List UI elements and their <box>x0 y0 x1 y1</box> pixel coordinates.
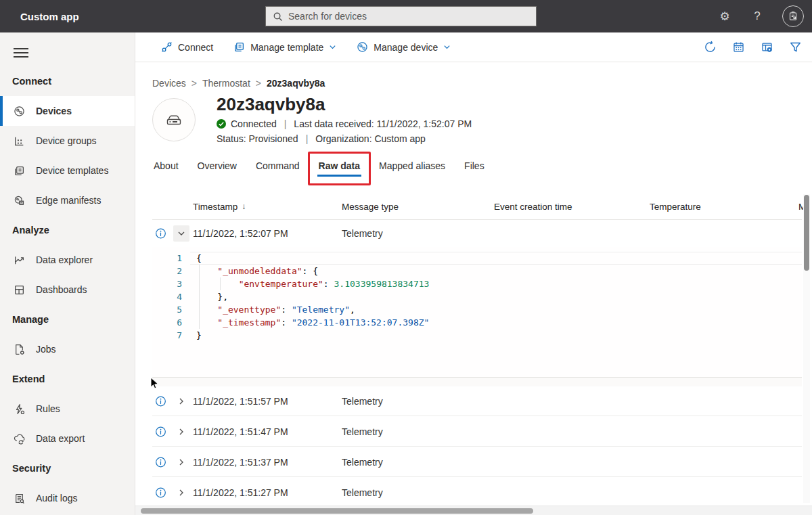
table-row[interactable]: 11/1/2022, 1:51:47 PMTelemetry <box>152 417 802 447</box>
table-row[interactable]: 11/1/2022, 1:52:07 PMTelemetry <box>152 220 802 247</box>
vertical-scrollbar[interactable] <box>803 194 810 503</box>
code-text: "_unmodeleddata": { <box>196 265 318 277</box>
sidebar-item-devices[interactable]: Devices <box>0 96 135 126</box>
column-header-event-creation-time[interactable]: Event creation time <box>494 193 572 220</box>
connect-button[interactable]: Connect <box>161 41 213 53</box>
device-provision-line: Status: Provisioned | Organization: Cust… <box>217 133 426 144</box>
tab-command[interactable]: Command <box>254 156 301 179</box>
tab-raw-data[interactable]: Raw data <box>317 156 361 179</box>
search-input[interactable] <box>288 11 529 22</box>
app-title: Custom app <box>20 11 79 22</box>
info-icon[interactable] <box>155 426 166 437</box>
expand-chevron-icon[interactable] <box>173 393 189 409</box>
cell-timestamp: 11/1/2022, 1:51:27 PM <box>193 478 288 507</box>
calendar-icon[interactable] <box>732 41 746 54</box>
sidebar-section-connect: Connect <box>0 66 135 96</box>
table-row[interactable]: 11/1/2022, 1:51:37 PMTelemetry <box>152 447 802 477</box>
info-icon[interactable] <box>155 456 166 468</box>
vertical-scrollbar-thumb[interactable] <box>804 195 809 271</box>
code-line: 6 "_timestamp": "2022-11-01T13:52:07.398… <box>152 316 802 329</box>
refresh-icon[interactable] <box>704 41 717 54</box>
edge-manifests-icon <box>14 195 25 206</box>
settings-gear-icon[interactable]: ⚙ <box>717 9 732 24</box>
cell-timestamp: 11/1/2022, 1:51:57 PM <box>193 386 288 416</box>
code-text: { <box>196 252 202 265</box>
expand-chevron-icon[interactable] <box>173 485 189 501</box>
connected-check-icon <box>217 119 226 129</box>
connect-icon <box>161 41 173 53</box>
sidebar-item-data-explorer[interactable]: Data explorer <box>0 245 135 275</box>
horizontal-scrollbar-thumb[interactable] <box>141 508 533 514</box>
cell-message-type: Telemetry <box>342 447 383 476</box>
table-row[interactable]: 11/1/2022, 1:51:57 PMTelemetry <box>152 386 802 416</box>
sidebar-item-rules[interactable]: Rules <box>0 394 135 424</box>
expand-chevron-icon[interactable] <box>173 454 189 470</box>
code-text: } <box>196 329 202 342</box>
horizontal-scrollbar[interactable] <box>135 506 812 515</box>
breadcrumb-item-devices[interactable]: Devices <box>152 78 186 89</box>
filter-icon[interactable] <box>789 41 803 54</box>
organization-label: Organization: Custom app <box>315 133 426 144</box>
column-options-icon[interactable] <box>761 41 774 54</box>
code-text: "envtemperature": 3.1033959813834713 <box>196 277 429 290</box>
raw-data-table: Timestamp↓Message typeEvent creation tim… <box>152 193 802 508</box>
expand-chevron-icon[interactable] <box>173 424 189 440</box>
tab-files[interactable]: Files <box>463 156 486 179</box>
cell-timestamp: 11/1/2022, 1:51:47 PM <box>193 417 288 446</box>
hamburger-menu-button[interactable] <box>0 39 135 66</box>
sidebar-item-audit-logs[interactable]: Audit logs <box>0 483 135 513</box>
provision-status: Status: Provisioned <box>217 133 298 144</box>
column-header-timestamp[interactable]: Timestamp↓ <box>193 193 246 220</box>
sidebar-item-jobs[interactable]: Jobs <box>0 334 135 364</box>
sidebar-item-device-groups[interactable]: Device groups <box>0 126 135 156</box>
column-header-message-type[interactable]: Message type <box>342 193 399 220</box>
help-icon[interactable]: ? <box>750 9 765 24</box>
account-avatar[interactable] <box>782 5 804 27</box>
dashboards-icon <box>14 284 25 296</box>
column-header-temperature[interactable]: Temperature <box>650 193 701 220</box>
info-icon[interactable] <box>155 395 166 407</box>
tab-mapped-aliases[interactable]: Mapped aliases <box>378 156 447 179</box>
tab-about[interactable]: About <box>152 156 180 179</box>
command-bar: Connect Manage template Manage device <box>135 32 812 62</box>
collapse-chevron-icon[interactable] <box>173 225 189 242</box>
code-line: 2 "_unmodeleddata": { <box>152 265 802 277</box>
table-row[interactable]: 11/1/2022, 1:51:27 PMTelemetry <box>152 478 802 508</box>
audit-logs-icon <box>14 493 25 504</box>
line-number: 7 <box>152 329 182 342</box>
manage-template-button[interactable]: Manage template <box>233 41 336 53</box>
hamburger-icon <box>14 48 28 58</box>
sidebar-item-label: Jobs <box>36 344 56 355</box>
breadcrumb-separator: > <box>191 78 197 89</box>
code-line: 5 "_eventtype": "Telemetry", <box>152 303 802 316</box>
device-templates-icon <box>14 165 25 177</box>
info-icon[interactable] <box>155 228 166 240</box>
iot-device-icon <box>163 109 185 131</box>
sidebar-item-edge-manifests[interactable]: Edge manifests <box>0 185 135 215</box>
data-explorer-icon <box>14 254 25 266</box>
line-number: 4 <box>152 290 182 303</box>
manage-device-button[interactable]: Manage device <box>357 41 451 53</box>
tab-label: Raw data <box>319 160 360 171</box>
device-tabs: AboutOverviewCommandRaw dataMapped alias… <box>152 156 486 179</box>
info-icon[interactable] <box>155 487 166 498</box>
line-number: 6 <box>152 316 182 329</box>
breadcrumb: Devices>Thermostat>20z3aqvby8a <box>152 78 325 89</box>
tab-label: About <box>154 160 179 171</box>
cell-timestamp: 11/1/2022, 1:51:37 PM <box>193 447 288 476</box>
breadcrumb-item-thermostat[interactable]: Thermostat <box>202 78 250 89</box>
sidebar-item-dashboards[interactable]: Dashboards <box>0 275 135 305</box>
raw-data-code-editor[interactable]: 1{2 "_unmodeleddata": {3 "envtemperature… <box>152 247 802 377</box>
code-line: 4 }, <box>152 290 802 303</box>
sidebar-item-label: Device groups <box>36 135 97 146</box>
jobs-icon <box>14 344 25 355</box>
sidebar-item-data-export[interactable]: Data export <box>0 424 135 453</box>
sidebar-item-device-templates[interactable]: Device templates <box>0 156 135 185</box>
sidebar-section-analyze: Analyze <box>0 215 135 245</box>
line-number: 5 <box>152 303 182 316</box>
cell-message-type: Telemetry <box>342 220 383 247</box>
device-search-box[interactable] <box>265 6 537 26</box>
tab-overview[interactable]: Overview <box>196 156 238 179</box>
sidebar-nav: ConnectDevicesDevice groupsDevice templa… <box>0 32 135 515</box>
sidebar-section-security: Security <box>0 453 135 483</box>
